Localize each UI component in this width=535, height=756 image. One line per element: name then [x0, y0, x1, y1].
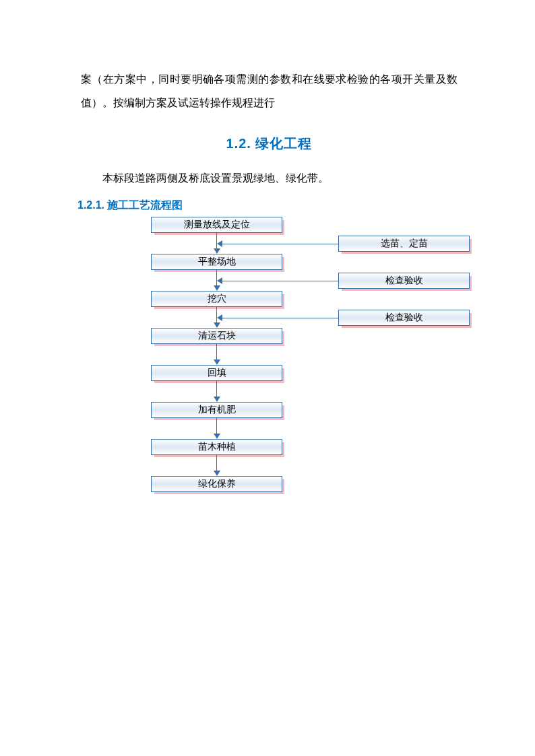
paragraph-continuation: 案（在方案中，同时要明确各项需测的参数和在线要求检验的各项开关量及数值）。按编制… — [81, 67, 458, 114]
arrowhead-icon — [214, 285, 220, 291]
arrowhead-icon — [217, 277, 222, 284]
flow-box: 检查验收 — [338, 310, 470, 326]
flow-box: 挖穴 — [151, 291, 282, 307]
flow-box: 绿化保养 — [151, 476, 282, 492]
flow-box: 平整场地 — [151, 254, 282, 270]
flow-box: 回填 — [151, 365, 282, 381]
arrowhead-icon — [214, 397, 220, 402]
arrowhead-icon — [214, 248, 220, 254]
flow-box: 苗木种植 — [151, 439, 282, 455]
flow-connector — [222, 281, 338, 281]
flow-connector — [216, 344, 217, 359]
section-intro: 本标段道路两侧及桥底设置景观绿地、绿化带。 — [81, 166, 458, 190]
flow-connector — [216, 381, 217, 397]
flowchart: 测量放线及定位 平整场地 挖穴 清运石块 回填 加有机肥 苗木种植 绿化保养 选… — [118, 217, 495, 526]
section-heading: 1.2. 绿化工程 — [81, 135, 458, 153]
flow-box: 加有机肥 — [151, 402, 282, 418]
flow-box: 选苗、定苗 — [338, 236, 470, 252]
flow-connector — [216, 418, 217, 434]
arrowhead-icon — [214, 471, 220, 476]
flow-connector — [222, 244, 338, 244]
arrowhead-icon — [217, 314, 222, 321]
arrowhead-icon — [214, 434, 220, 439]
subsection-heading: 1.2.1. 施工工艺流程图 — [77, 199, 458, 213]
arrowhead-icon — [214, 359, 220, 365]
arrowhead-icon — [214, 322, 220, 328]
flow-connector — [216, 455, 217, 471]
arrowhead-icon — [217, 240, 222, 247]
flow-box: 测量放线及定位 — [151, 217, 282, 233]
flow-box: 检查验收 — [338, 273, 470, 289]
flow-box: 清运石块 — [151, 328, 282, 344]
flow-connector — [222, 318, 338, 318]
